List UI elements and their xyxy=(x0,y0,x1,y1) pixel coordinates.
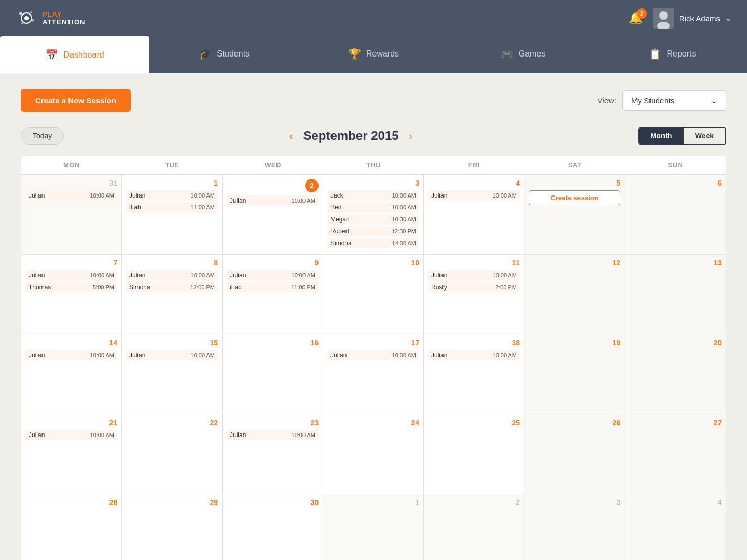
calendar-date: 21 xyxy=(25,418,117,427)
session-name: Julian xyxy=(129,192,145,199)
calendar-cell[interactable]: 17Julian10:00 AM xyxy=(323,334,424,414)
session-time: 12:00 PM xyxy=(190,284,215,290)
calendar-cell[interactable]: 30 xyxy=(223,494,323,560)
notification-bell-wrapper[interactable]: 🔔 2 xyxy=(629,11,643,25)
calendar-cell[interactable]: 22 xyxy=(122,414,223,494)
calendar-cell[interactable]: 1Julian10:00 AMiLab11:00 AM xyxy=(122,175,223,255)
session-item[interactable]: iLab11:00 PM xyxy=(227,282,319,292)
next-month-button[interactable]: › xyxy=(409,130,413,142)
calendar-cell[interactable]: 9Julian10:00 AMiLab11:00 PM xyxy=(223,255,323,334)
calendar-cell[interactable]: 2Julian10:00 AM xyxy=(223,175,323,255)
session-item[interactable]: Julian10:00 AM xyxy=(126,270,218,281)
session-item[interactable]: Julian10:00 AM xyxy=(25,350,117,360)
calendar-cell[interactable]: 10 xyxy=(323,255,424,334)
session-item[interactable]: Simona12:00 PM xyxy=(126,282,218,292)
session-item[interactable]: Julian10:00 AM xyxy=(25,190,117,201)
calendar-header: Today ‹ September 2015 › Month Week xyxy=(21,127,726,145)
session-time: 5:00 PM xyxy=(93,284,114,290)
session-name: Thomas xyxy=(29,284,51,291)
svg-point-8 xyxy=(659,11,668,20)
session-item[interactable]: iLab11:00 AM xyxy=(126,202,218,213)
calendar-cell[interactable]: 26 xyxy=(524,414,625,494)
session-name: Julian xyxy=(431,192,447,199)
calendar-cell[interactable]: 15Julian10:00 AM xyxy=(122,334,223,414)
calendar-date: 7 xyxy=(25,259,117,267)
session-item[interactable]: Julian10:00 AM xyxy=(428,350,520,360)
calendar-cell[interactable]: 1 xyxy=(323,494,424,560)
session-name: Julian xyxy=(431,352,447,359)
tab-dashboard[interactable]: 📅 Dashboard xyxy=(0,36,149,73)
games-icon: 🎮 xyxy=(501,48,514,60)
today-button[interactable]: Today xyxy=(21,127,64,145)
session-item[interactable]: Jack10:00 AM xyxy=(327,190,419,201)
calendar-cell[interactable]: 25 xyxy=(424,414,524,494)
session-item[interactable]: Julian10:00 AM xyxy=(227,195,319,206)
user-menu[interactable]: Rick Adams ⌄ xyxy=(653,8,731,29)
svg-point-6 xyxy=(21,22,23,24)
calendar-cell[interactable]: 4Julian10:00 AM xyxy=(424,175,524,255)
session-item[interactable]: Julian10:00 AM xyxy=(227,430,319,440)
create-session-button[interactable]: Create session xyxy=(529,190,620,205)
session-item[interactable]: Simona14:00 AM xyxy=(327,238,419,248)
session-time: 10:00 AM xyxy=(493,272,517,278)
calendar-date: 3 xyxy=(529,498,620,507)
session-time: 10:00 AM xyxy=(392,352,416,358)
view-dropdown[interactable]: My Students ⌄ xyxy=(622,90,726,111)
calendar-cell[interactable]: 28 xyxy=(21,494,122,560)
session-item[interactable]: Rusty2:00 PM xyxy=(428,282,520,292)
month-view-button[interactable]: Month xyxy=(639,128,684,144)
calendar-cell[interactable]: 5Create session xyxy=(524,175,625,255)
calendar-cell[interactable]: 4 xyxy=(625,494,726,560)
calendar-date: 4 xyxy=(428,179,520,187)
tab-games[interactable]: 🎮 Games xyxy=(448,36,598,73)
session-item[interactable]: Julian10:00 AM xyxy=(428,270,520,281)
calendar-cell[interactable]: 13 xyxy=(625,255,726,334)
prev-month-button[interactable]: ‹ xyxy=(289,130,293,142)
calendar-cell[interactable]: 31Julian10:00 AM xyxy=(21,175,122,255)
tab-reports[interactable]: 📋 Reports xyxy=(598,36,747,73)
session-item[interactable]: Thomas5:00 PM xyxy=(25,282,117,292)
calendar-cell[interactable]: 20 xyxy=(625,334,726,414)
session-item[interactable]: Robert12:30 PM xyxy=(327,226,419,236)
calendar-cell[interactable]: 24 xyxy=(323,414,424,494)
tab-students[interactable]: 🎓 Students xyxy=(149,36,299,73)
session-time: 10:30 AM xyxy=(392,216,416,222)
notification-badge: 2 xyxy=(637,8,647,19)
calendar-cell[interactable]: 3 xyxy=(524,494,625,560)
calendar-date: 16 xyxy=(227,339,319,347)
logo-play: PLAY xyxy=(43,10,85,18)
session-item[interactable]: Megan10:30 AM xyxy=(327,214,419,225)
calendar-cell[interactable]: 16 xyxy=(223,334,323,414)
calendar-cell[interactable]: 8Julian10:00 AMSimona12:00 PM xyxy=(122,255,223,334)
calendar-cell[interactable]: 12 xyxy=(524,255,625,334)
calendar-cell[interactable]: 7Julian10:00 AMThomas5:00 PM xyxy=(21,255,122,334)
calendar-cell[interactable]: 14Julian10:00 AM xyxy=(21,334,122,414)
session-item[interactable]: Julian10:00 AM xyxy=(126,190,218,201)
calendar-cell[interactable]: 19 xyxy=(524,334,625,414)
create-session-button[interactable]: Create a New Session xyxy=(21,89,131,112)
session-name: Megan xyxy=(330,216,350,223)
calendar-date: 24 xyxy=(327,418,419,427)
calendar-cell[interactable]: 21Julian10:00 AM xyxy=(21,414,122,494)
calendar-cell[interactable]: 3Jack10:00 AMBen10:00 AMMegan10:30 AMRob… xyxy=(323,175,424,255)
session-item[interactable]: Julian10:00 AM xyxy=(428,190,520,201)
week-view-button[interactable]: Week xyxy=(684,128,725,144)
session-time: 10:00 AM xyxy=(292,272,315,278)
session-item[interactable]: Julian10:00 AM xyxy=(227,270,319,281)
session-item[interactable]: Julian10:00 AM xyxy=(327,350,419,360)
calendar-cell[interactable]: 27 xyxy=(625,414,726,494)
session-item[interactable]: Ben10:00 AM xyxy=(327,202,419,213)
calendar-cell[interactable]: 23Julian10:00 AM xyxy=(223,414,323,494)
calendar-cell[interactable]: 18Julian10:00 AM xyxy=(424,334,524,414)
session-item[interactable]: Julian10:00 AM xyxy=(126,350,218,360)
session-time: 14:00 AM xyxy=(392,240,416,246)
session-time: 10:00 AM xyxy=(493,352,517,358)
calendar-cell[interactable]: 29 xyxy=(122,494,223,560)
calendar-cell[interactable]: 6 xyxy=(625,175,726,255)
session-name: iLab xyxy=(129,204,141,211)
session-item[interactable]: Julian10:00 AM xyxy=(25,430,117,440)
tab-rewards[interactable]: 🏆 Rewards xyxy=(299,36,448,73)
session-item[interactable]: Julian10:00 AM xyxy=(25,270,117,281)
calendar-cell[interactable]: 11Julian10:00 AMRusty2:00 PM xyxy=(424,255,524,334)
calendar-cell[interactable]: 2 xyxy=(424,494,524,560)
